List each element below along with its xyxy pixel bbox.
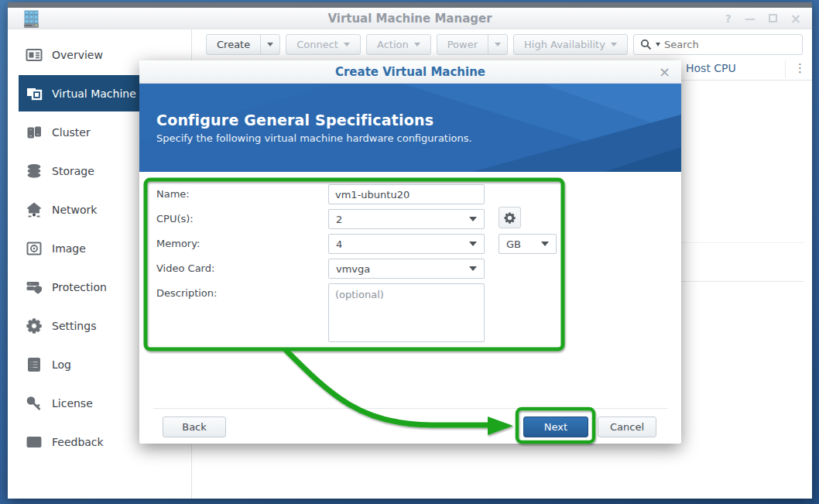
- search-text-field[interactable]: [664, 39, 773, 50]
- banner-heading: Configure General Specifications: [156, 111, 472, 129]
- video-card-select-value: vmvga: [336, 263, 370, 275]
- banner-subheading: Specify the following virtual machine ha…: [156, 132, 472, 144]
- help-icon[interactable]: ?: [725, 13, 732, 24]
- cluster-icon: [26, 124, 43, 141]
- chevron-down-icon: [541, 242, 549, 246]
- settings-icon: [26, 317, 43, 334]
- memory-select[interactable]: 4: [328, 234, 485, 254]
- create-button[interactable]: Create: [206, 34, 280, 55]
- sidebar-item-label: Storage: [52, 165, 94, 177]
- connect-button[interactable]: Connect: [286, 34, 361, 55]
- dialog-footer-divider: [153, 408, 667, 409]
- video-card-select[interactable]: vmvga: [328, 259, 485, 279]
- back-button[interactable]: Back: [163, 417, 226, 437]
- license-icon: [26, 395, 43, 412]
- create-dropdown-caret[interactable]: [260, 35, 279, 54]
- network-icon: [26, 201, 43, 218]
- cancel-button[interactable]: Cancel: [598, 417, 656, 437]
- log-icon: [26, 356, 43, 373]
- minimize-icon[interactable]: —: [745, 13, 756, 24]
- host-cpu-column-header[interactable]: Host CPU: [686, 62, 736, 74]
- description-field[interactable]: [328, 283, 485, 342]
- sidebar-item-label: Feedback: [52, 436, 104, 448]
- sidebar-item-label: Network: [52, 204, 97, 216]
- memory-label: Memory:: [156, 238, 200, 249]
- high-availability-button[interactable]: High Availability: [513, 34, 628, 55]
- sidebar-item-label: Cluster: [52, 126, 91, 139]
- sidebar-item-label: Virtual Machine: [52, 87, 136, 100]
- gear-icon: [503, 211, 516, 225]
- search-icon: [640, 39, 652, 50]
- memory-select-value: 4: [336, 238, 342, 250]
- memory-unit-select[interactable]: GB: [499, 234, 557, 254]
- feedback-icon: [26, 434, 43, 451]
- search-input[interactable]: [633, 34, 803, 55]
- toolbar: Create Connect Action Power High Availab…: [192, 29, 812, 60]
- chevron-down-icon: [344, 43, 350, 46]
- cpu-select-value: 2: [336, 214, 342, 225]
- action-button-label: Action: [377, 39, 409, 50]
- window-controls: ? — ×: [725, 8, 801, 29]
- sidebar-item-label: Image: [52, 242, 86, 255]
- sidebar-item-label: Protection: [52, 281, 107, 293]
- high-availability-button-label: High Availability: [524, 39, 605, 50]
- protection-icon: [26, 279, 43, 296]
- kebab-menu-icon[interactable]: ⋮: [794, 61, 806, 75]
- chevron-down-icon: [469, 242, 477, 246]
- dialog-banner: Configure General Specifications Specify…: [139, 84, 681, 172]
- power-button[interactable]: Power: [437, 34, 508, 55]
- name-label: Name:: [156, 188, 190, 200]
- vm-name-field[interactable]: [328, 184, 485, 204]
- cpu-select[interactable]: 2: [328, 209, 485, 229]
- virtual-machine-icon: [26, 85, 43, 102]
- action-button[interactable]: Action: [366, 34, 431, 55]
- chevron-down-icon: [469, 217, 477, 221]
- create-vm-dialog: Create Virtual Machine × Configure Gener…: [139, 60, 681, 444]
- dialog-close-icon[interactable]: ×: [659, 60, 670, 84]
- next-button[interactable]: Next: [523, 417, 588, 437]
- connect-button-label: Connect: [296, 39, 338, 50]
- chevron-down-icon: [469, 266, 477, 271]
- sidebar-item-label: Log: [52, 358, 71, 371]
- overview-icon: [26, 46, 43, 63]
- window-top-edge: [8, 2, 812, 8]
- sidebar-item-label: License: [52, 397, 93, 410]
- chevron-down-icon: [611, 43, 617, 46]
- window-title: Virtual Machine Manager: [8, 12, 812, 26]
- window-titlebar: Virtual Machine Manager ? — ×: [8, 8, 812, 29]
- dialog-titlebar: Create Virtual Machine ×: [139, 60, 681, 84]
- cpu-settings-button[interactable]: [499, 207, 521, 228]
- sidebar-item-label: Overview: [52, 49, 103, 61]
- video-card-label: Video Card:: [156, 262, 214, 274]
- maximize-icon[interactable]: [769, 13, 777, 24]
- header-divider: [785, 60, 786, 78]
- image-icon: [26, 240, 43, 257]
- power-button-label[interactable]: Power: [437, 35, 488, 54]
- chevron-down-icon: [414, 43, 420, 46]
- dialog-title: Create Virtual Machine: [335, 65, 485, 79]
- create-button-label[interactable]: Create: [207, 35, 260, 54]
- search-scope-caret[interactable]: [656, 43, 660, 46]
- cpu-label: CPU(s):: [156, 213, 194, 225]
- storage-icon: [26, 163, 43, 180]
- sidebar-item-label: Settings: [52, 320, 96, 332]
- memory-unit-value: GB: [506, 238, 521, 250]
- description-label: Description:: [156, 287, 217, 299]
- window-close-icon[interactable]: ×: [790, 12, 801, 26]
- power-dropdown-caret[interactable]: [488, 35, 507, 54]
- vmm-app-icon: [20, 9, 42, 30]
